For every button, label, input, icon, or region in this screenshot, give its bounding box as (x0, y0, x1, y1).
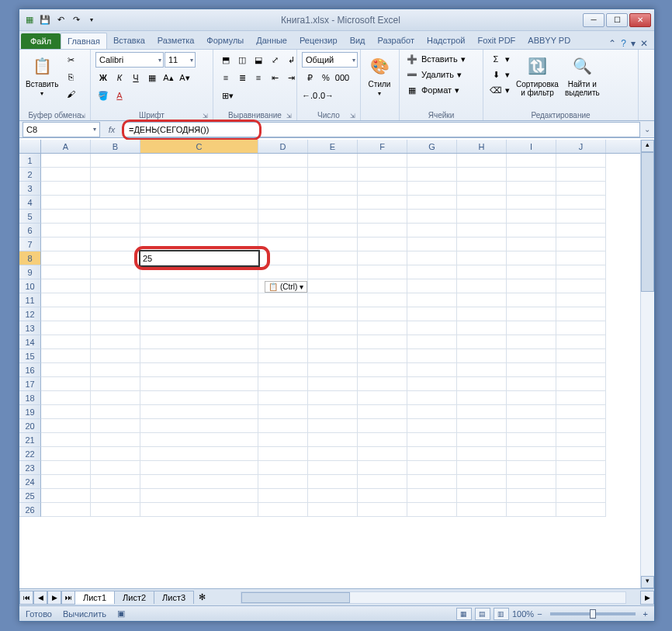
row-header-5[interactable]: 5 (19, 210, 41, 224)
row-header-10[interactable]: 10 (19, 279, 41, 293)
col-header-E[interactable]: E (308, 140, 358, 153)
redo-icon[interactable]: ↷ (69, 13, 83, 27)
cell-J6[interactable] (556, 224, 606, 237)
cell-G22[interactable] (407, 447, 457, 461)
col-header-J[interactable]: J (556, 140, 606, 153)
cell-D23[interactable] (258, 461, 308, 475)
cell-H15[interactable] (457, 349, 507, 363)
cell-F23[interactable] (358, 461, 407, 475)
cell-E15[interactable] (308, 349, 358, 363)
cell-D7[interactable] (258, 237, 308, 251)
cell-H24[interactable] (457, 475, 507, 489)
cell-J5[interactable] (556, 210, 606, 224)
cell-B25[interactable] (91, 489, 140, 503)
row-header-26[interactable]: 26 (19, 503, 41, 517)
cell-B22[interactable] (91, 447, 140, 461)
cell-E13[interactable] (308, 321, 358, 335)
cell-A15[interactable] (41, 349, 91, 363)
cell-J25[interactable] (556, 489, 606, 503)
cell-G13[interactable] (407, 321, 457, 335)
row-header-9[interactable]: 9 (19, 265, 41, 279)
cell-E20[interactable] (308, 419, 358, 433)
close-button[interactable]: ✕ (629, 13, 651, 27)
row-header-20[interactable]: 20 (19, 419, 41, 433)
italic-icon[interactable]: К (112, 70, 127, 85)
cell-C9[interactable] (140, 265, 258, 279)
cell-F14[interactable] (358, 335, 407, 349)
cell-F21[interactable] (358, 433, 407, 447)
row-header-2[interactable]: 2 (19, 168, 41, 182)
cell-H26[interactable] (457, 503, 507, 517)
cell-B3[interactable] (91, 182, 140, 196)
cell-E3[interactable] (308, 182, 358, 196)
normal-view-icon[interactable]: ▦ (456, 608, 472, 620)
cell-B5[interactable] (91, 210, 140, 224)
cell-E19[interactable] (308, 405, 358, 419)
cell-F15[interactable] (358, 349, 407, 363)
cell-I11[interactable] (507, 293, 556, 307)
find-select-button[interactable]: 🔍 Найти и выделить (563, 52, 601, 99)
align-middle-icon[interactable]: ◫ (234, 52, 250, 68)
cell-F7[interactable] (358, 237, 407, 251)
cell-H21[interactable] (457, 433, 507, 447)
cell-A20[interactable] (41, 419, 91, 433)
last-sheet-icon[interactable]: ⏭ (61, 591, 75, 605)
cell-B4[interactable] (91, 196, 140, 210)
cell-I19[interactable] (507, 405, 556, 419)
cell-D4[interactable] (258, 196, 308, 210)
cell-G25[interactable] (407, 489, 457, 503)
row-header-17[interactable]: 17 (19, 377, 41, 391)
cell-J9[interactable] (556, 265, 606, 279)
row-header-25[interactable]: 25 (19, 489, 41, 503)
cell-H5[interactable] (457, 210, 507, 224)
new-sheet-icon[interactable]: ✻ (194, 592, 210, 602)
cell-F5[interactable] (358, 210, 407, 224)
ribbon-tab-разработ[interactable]: Разработ (372, 33, 421, 49)
cell-H12[interactable] (457, 307, 507, 321)
cell-A18[interactable] (41, 391, 91, 405)
cell-E6[interactable] (308, 224, 358, 237)
cell-D13[interactable] (258, 321, 308, 335)
help-icon[interactable]: ? (621, 38, 626, 49)
hscroll-thumb[interactable] (241, 592, 350, 603)
prev-sheet-icon[interactable]: ◀ (33, 591, 47, 605)
row-header-19[interactable]: 19 (19, 405, 41, 419)
ribbon-tab-формулы[interactable]: Формулы (200, 33, 250, 49)
ribbon-tab-abbyy pd[interactable]: ABBYY PD (521, 33, 577, 49)
cell-D25[interactable] (258, 489, 308, 503)
row-header-8[interactable]: 8 (19, 251, 41, 265)
cell-D12[interactable] (258, 307, 308, 321)
cell-B14[interactable] (91, 335, 140, 349)
row-header-7[interactable]: 7 (19, 237, 41, 251)
cell-H18[interactable] (457, 391, 507, 405)
ribbon-tab-вставка[interactable]: Вставка (107, 33, 151, 49)
cell-J21[interactable] (556, 433, 606, 447)
cell-A4[interactable] (41, 196, 91, 210)
cell-F9[interactable] (358, 265, 407, 279)
cell-D6[interactable] (258, 224, 308, 237)
bold-icon[interactable]: Ж (95, 70, 111, 85)
row-header-24[interactable]: 24 (19, 475, 41, 489)
cell-E22[interactable] (308, 447, 358, 461)
cell-I7[interactable] (507, 237, 556, 251)
cell-D22[interactable] (258, 447, 308, 461)
cell-J2[interactable] (556, 168, 606, 182)
cell-F3[interactable] (358, 182, 407, 196)
fx-button[interactable]: fx (100, 125, 123, 134)
cell-I1[interactable] (507, 154, 556, 168)
cell-J15[interactable] (556, 349, 606, 363)
cell-J1[interactable] (556, 154, 606, 168)
cell-H22[interactable] (457, 447, 507, 461)
cell-J24[interactable] (556, 475, 606, 489)
cell-A7[interactable] (41, 237, 91, 251)
cell-F16[interactable] (358, 363, 407, 377)
cell-E1[interactable] (308, 154, 358, 168)
cell-C16[interactable] (140, 363, 258, 377)
cell-J22[interactable] (556, 447, 606, 461)
cell-C25[interactable] (140, 489, 258, 503)
cell-H7[interactable] (457, 237, 507, 251)
cell-E18[interactable] (308, 391, 358, 405)
cell-D11[interactable] (258, 293, 308, 307)
cell-D3[interactable] (258, 182, 308, 196)
cell-G9[interactable] (407, 265, 457, 279)
